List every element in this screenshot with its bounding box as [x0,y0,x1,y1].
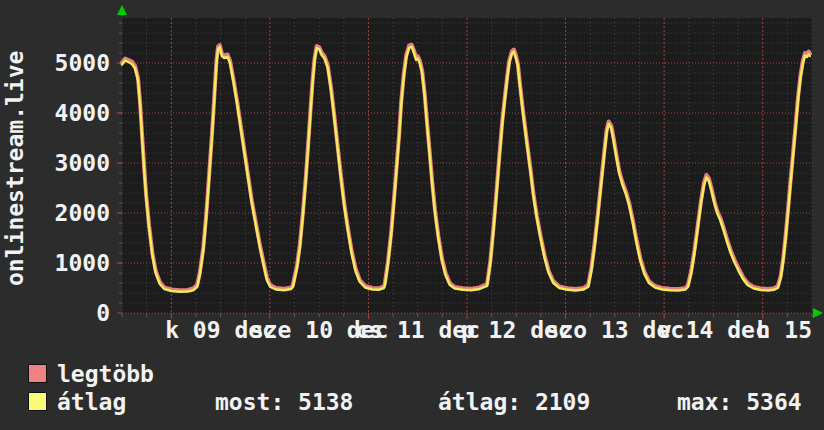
rrd-graph: onlinestream.live 010002000300040005000k… [0,0,824,430]
x-axis-label: h 15 dec [757,317,824,343]
stat-most: most: 5138 [215,389,353,415]
stat-atlag: átlag: 2109 [438,389,590,415]
stat-max: max: 5364 [677,389,802,415]
legend-swatch-atlag [28,392,47,411]
x-axis-label: v 14 dec [658,317,769,343]
y-axis-label: 0 [0,300,110,326]
y-axis-label: 3000 [0,150,110,176]
legend-swatch-legtobb [28,364,47,383]
y-axis-label: 1000 [0,250,110,276]
legend-label-legtobb: legtöbb [57,361,154,387]
y-axis-arrow [117,5,127,15]
y-axis-label: 4000 [0,100,110,126]
legend-label-atlag: átlag [57,389,126,415]
y-axis-label: 5000 [0,50,110,76]
y-axis-label: 2000 [0,200,110,226]
